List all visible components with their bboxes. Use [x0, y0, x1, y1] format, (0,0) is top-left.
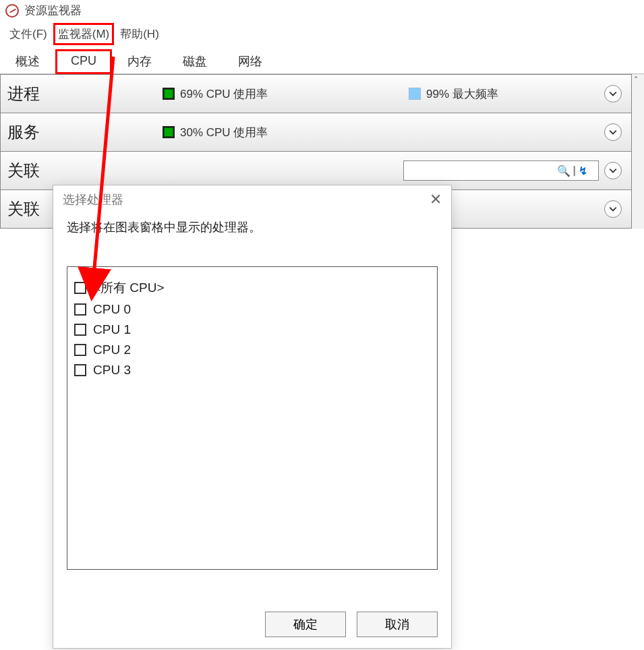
freq-chip-icon	[409, 88, 421, 100]
search-actions: 🔍 | ↯	[557, 165, 587, 177]
option-label: <所有 CPU>	[93, 279, 165, 297]
section-title: 服务	[7, 121, 163, 143]
processes-freq-stat: 99% 最大频率	[409, 86, 604, 102]
titlebar: 资源监视器	[0, 0, 644, 22]
cpu-chip-icon	[163, 88, 175, 100]
chevron-down-icon	[609, 90, 617, 98]
app-icon	[5, 4, 19, 18]
dialog-close-button[interactable]: ✕	[430, 191, 442, 208]
processor-option-all[interactable]: <所有 CPU>	[74, 276, 430, 299]
checkbox[interactable]	[74, 303, 86, 316]
chevron-down-icon	[609, 128, 617, 136]
processes-cpu-stat-text: 69% CPU 使用率	[180, 86, 268, 102]
processes-freq-stat-text: 99% 最大频率	[426, 86, 498, 102]
services-cpu-stat-text: 30% CPU 使用率	[180, 125, 268, 140]
window-title: 资源监视器	[24, 3, 82, 18]
services-cpu-stat: 30% CPU 使用率	[163, 125, 268, 140]
processor-option-cpu1[interactable]: CPU 1	[74, 320, 430, 340]
tabs: 概述 CPU 内存 磁盘 网络	[0, 49, 644, 74]
vertical-scrollbar[interactable]: ˄	[632, 74, 644, 229]
handle-search-box[interactable]: 🔍 | ↯	[403, 160, 599, 181]
menubar: 文件(F) 监视器(M) 帮助(H)	[0, 22, 644, 49]
expand-processes-button[interactable]	[604, 85, 622, 102]
chevron-down-icon	[609, 205, 617, 213]
tab-disk[interactable]: 磁盘	[167, 49, 223, 73]
dialog-instruction: 选择将在图表窗格中显示的处理器。	[67, 219, 438, 235]
dialog-body: 选择将在图表窗格中显示的处理器。 <所有 CPU> CPU 0 CPU 1 CP…	[53, 212, 451, 570]
menu-help[interactable]: 帮助(H)	[116, 24, 163, 45]
tab-memory[interactable]: 内存	[112, 49, 167, 73]
cpu-chip-icon	[163, 126, 175, 138]
section-title: 进程	[7, 83, 163, 105]
processes-cpu-stat: 69% CPU 使用率	[163, 86, 268, 102]
checkbox[interactable]	[74, 364, 86, 376]
dialog-titlebar: 选择处理器 ✕	[53, 185, 451, 212]
menu-monitor[interactable]: 监视器(M)	[54, 24, 113, 45]
refresh-icon[interactable]: ↯	[579, 165, 587, 177]
chevron-down-icon	[609, 167, 617, 175]
checkbox[interactable]	[74, 282, 86, 294]
expand-services-button[interactable]	[604, 123, 622, 141]
search-icon[interactable]: 🔍	[557, 165, 570, 177]
processor-option-cpu0[interactable]: CPU 0	[74, 299, 430, 320]
checkbox[interactable]	[74, 344, 86, 356]
tab-cpu[interactable]: CPU	[55, 49, 112, 74]
dialog-title: 选择处理器	[63, 191, 123, 208]
expand-handles-button[interactable]	[604, 162, 622, 179]
select-processor-dialog: 选择处理器 ✕ 选择将在图表窗格中显示的处理器。 <所有 CPU> CPU 0 …	[53, 185, 452, 649]
menu-file[interactable]: 文件(F)	[5, 24, 51, 45]
option-label: CPU 3	[93, 363, 131, 378]
section-title: 关联	[7, 160, 163, 181]
dialog-buttons: 确定 取消	[265, 612, 438, 637]
processor-option-cpu3[interactable]: CPU 3	[74, 360, 430, 380]
cancel-button[interactable]: 取消	[357, 612, 438, 637]
expand-modules-button[interactable]	[604, 200, 622, 218]
ok-button[interactable]: 确定	[265, 612, 346, 637]
scroll-up-icon[interactable]: ˄	[634, 76, 638, 85]
processor-listbox[interactable]: <所有 CPU> CPU 0 CPU 1 CPU 2 CPU 3	[67, 266, 438, 570]
tab-network[interactable]: 网络	[223, 49, 278, 73]
section-services[interactable]: 服务 30% CPU 使用率	[1, 113, 631, 152]
option-label: CPU 2	[93, 343, 131, 357]
processor-option-cpu2[interactable]: CPU 2	[74, 340, 430, 360]
tab-overview[interactable]: 概述	[0, 49, 55, 73]
option-label: CPU 1	[93, 322, 131, 337]
resource-monitor-window: 资源监视器 文件(F) 监视器(M) 帮助(H) 概述 CPU 内存 磁盘 网络…	[0, 0, 644, 650]
checkbox[interactable]	[74, 324, 86, 336]
section-processes[interactable]: 进程 69% CPU 使用率 99% 最大频率	[1, 74, 631, 113]
option-label: CPU 0	[93, 302, 131, 317]
